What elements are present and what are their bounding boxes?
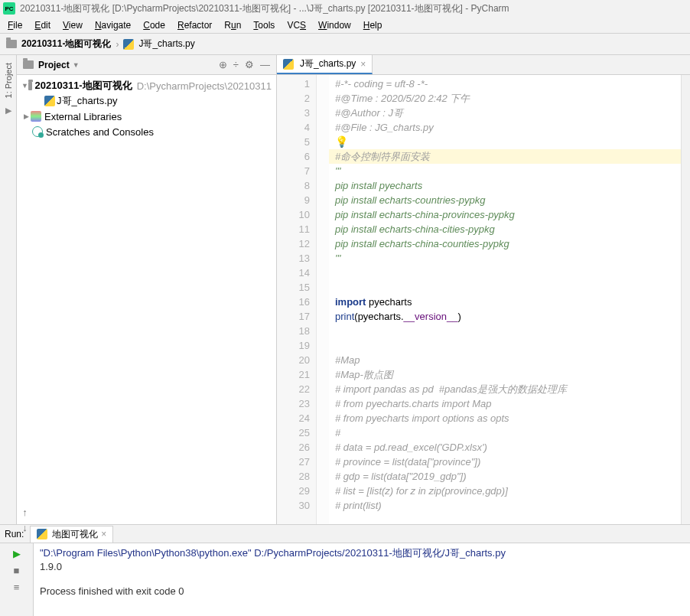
down-button[interactable]: ↓ <box>18 520 32 534</box>
run-header: Run: 地图可视化 × <box>0 525 690 543</box>
tree-scratch-label: Scratches and Consoles <box>46 126 154 138</box>
tree-project-root[interactable]: ▼ 20210311-地图可视化 D:\PycharmProjects\2021… <box>17 78 276 93</box>
run-tab-label: 地图可视化 <box>52 528 98 541</box>
run-tool-window: Run: 地图可视化 × ▶ ■ ≡ ↑ ↓ "D:\Program Files… <box>0 524 690 616</box>
tab-active[interactable]: J哥_charts.py × <box>277 55 373 74</box>
tree-root-label: 20210311-地图可视化 <box>35 79 132 93</box>
run-console[interactable]: "D:\Program Files\Python\Python38\python… <box>34 543 690 616</box>
menu-code[interactable]: Code <box>138 18 170 32</box>
run-body: ▶ ■ ≡ ↑ ↓ "D:\Program Files\Python\Pytho… <box>0 543 690 616</box>
project-tree: ▼ 20210311-地图可视化 D:\PycharmProjects\2021… <box>17 75 276 524</box>
console-exit: Process finished with exit code 0 <box>40 585 684 598</box>
breadcrumb: 20210311-地图可视化 › J哥_charts.py <box>0 34 690 55</box>
console-output: 1.9.0 <box>40 560 684 574</box>
python-file-icon <box>123 39 134 50</box>
menu-navigate[interactable]: Navigate <box>90 18 135 32</box>
up-button[interactable]: ↑ <box>18 505 32 519</box>
target-icon[interactable]: ⊕ <box>219 59 227 70</box>
run-tab[interactable]: 地图可视化 × <box>30 526 113 543</box>
stop-button[interactable]: ■ <box>10 563 24 577</box>
menu-file[interactable]: File <box>3 18 27 32</box>
window-title: 20210311-地图可视化 [D:\PycharmProjects\20210… <box>20 2 509 15</box>
chevron-right-icon[interactable]: ▶ <box>5 106 11 116</box>
menu-help[interactable]: Help <box>359 18 387 32</box>
menu-tools[interactable]: Tools <box>249 18 279 32</box>
project-panel-title[interactable]: Project <box>38 60 70 70</box>
editor-panel: J哥_charts.py × 1234567891011121314151617… <box>277 55 690 524</box>
tab-label: J哥_charts.py <box>300 57 356 70</box>
chevron-down-icon[interactable]: ▼ <box>21 82 28 90</box>
error-stripe <box>681 75 690 524</box>
menu-edit[interactable]: Edit <box>30 18 55 32</box>
project-panel: Project ▼ ⊕ ÷ ⚙ — ▼ 20210311-地图可视化 D:\Py… <box>17 55 277 524</box>
layout-button[interactable]: ≡ <box>10 580 24 594</box>
tree-root-path: D:\PycharmProjects\20210311 <box>137 80 272 92</box>
menu-bar: File Edit View Navigate Code Refactor Ru… <box>0 17 690 34</box>
project-tool-tab[interactable]: 1: Project <box>2 58 15 103</box>
breadcrumb-project[interactable]: 20210311-地图可视化 <box>21 37 111 51</box>
code-editor[interactable]: 1234567891011121314151617181920212223242… <box>277 75 690 524</box>
pycharm-icon: PC <box>3 2 15 15</box>
chevron-down-icon[interactable]: ▼ <box>73 61 80 69</box>
console-command: "D:\Program Files\Python\Python38\python… <box>40 546 684 560</box>
python-file-icon <box>37 529 47 539</box>
tree-file[interactable]: J哥_charts.py <box>17 93 276 109</box>
hide-icon[interactable]: — <box>260 59 270 70</box>
python-file-icon <box>44 96 55 106</box>
tree-file-label: J哥_charts.py <box>57 94 117 108</box>
close-icon[interactable]: × <box>101 529 106 539</box>
folder-icon <box>6 40 17 48</box>
folder-icon <box>23 60 34 69</box>
gear-icon[interactable]: ⚙ <box>245 59 254 70</box>
chevron-right-icon[interactable]: ▶ <box>21 112 31 120</box>
chevron-right-icon: › <box>116 39 119 50</box>
python-file-icon <box>283 59 294 70</box>
run-toolbar: ▶ ■ ≡ ↑ ↓ <box>0 543 34 616</box>
breadcrumb-file[interactable]: J哥_charts.py <box>138 37 194 51</box>
close-icon[interactable]: × <box>360 59 366 70</box>
left-tool-strip: 1: Project ▶ <box>0 55 17 524</box>
tree-ext-label: External Libraries <box>44 111 122 122</box>
menu-view[interactable]: View <box>58 18 87 32</box>
menu-vcs[interactable]: VCS <box>282 18 311 32</box>
editor-tabbar: J哥_charts.py × <box>277 55 690 75</box>
scratches-icon <box>32 126 43 137</box>
collapse-icon[interactable]: ÷ <box>233 59 239 70</box>
menu-run[interactable]: Run <box>220 18 246 32</box>
menu-window[interactable]: Window <box>314 18 356 32</box>
fold-gutter <box>317 75 329 524</box>
menu-refactor[interactable]: Refactor <box>173 18 216 32</box>
project-panel-header: Project ▼ ⊕ ÷ ⚙ — <box>17 55 276 75</box>
code-area[interactable]: #-*- coding = uft-8 -*-#@Time : 2020/5/2… <box>329 75 681 524</box>
line-gutter: 1234567891011121314151617181920212223242… <box>277 75 317 524</box>
tree-external-libs[interactable]: ▶ External Libraries <box>17 109 276 124</box>
libraries-icon <box>31 111 41 122</box>
title-bar: PC 20210311-地图可视化 [D:\PycharmProjects\20… <box>0 0 690 17</box>
folder-icon <box>28 82 32 90</box>
work-area: 1: Project ▶ Project ▼ ⊕ ÷ ⚙ — ▼ 2021031… <box>0 55 690 524</box>
tree-scratches[interactable]: Scratches and Consoles <box>17 124 276 139</box>
rerun-button[interactable]: ▶ <box>10 546 24 560</box>
